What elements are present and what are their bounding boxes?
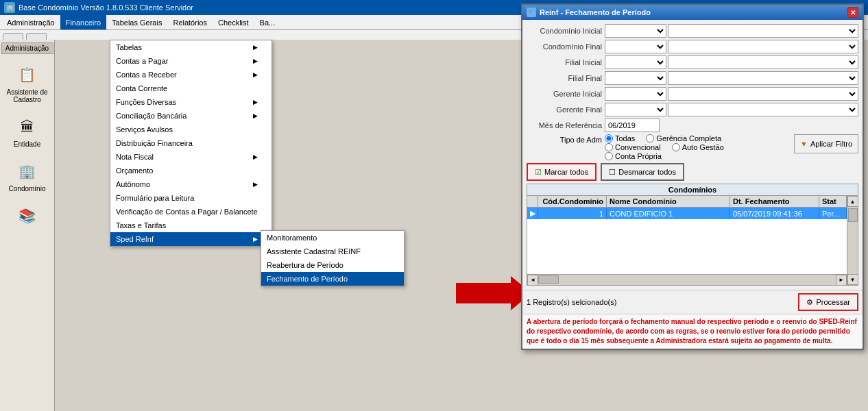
menu-item-contas-receber[interactable]: Contas a Receber▶ xyxy=(110,68,272,82)
app-icon: 🏢 xyxy=(4,2,15,13)
menu-checklist[interactable]: Checklist xyxy=(213,15,254,29)
marcar-todos-button[interactable]: ☑ Marcar todos xyxy=(527,163,596,181)
filial-inicial-select2[interactable] xyxy=(668,55,858,69)
sidebar-item-condominio[interactable]: 🏢 Condomínio xyxy=(1,153,53,198)
marcar-icon: ☑ xyxy=(535,168,542,177)
table-header-stat: Stat xyxy=(819,196,847,207)
radio-auto-gestao[interactable]: Auto Gestão xyxy=(672,143,724,151)
menu-item-nota-fiscal[interactable]: Nota Fiscal▶ xyxy=(110,150,272,164)
sidebar-item-extra[interactable]: 📚 xyxy=(1,198,53,235)
dialog-close-button[interactable]: ✕ xyxy=(847,7,858,18)
radio-todas[interactable]: Todas xyxy=(605,134,635,142)
scroll-vthumb[interactable] xyxy=(848,208,858,222)
gerente-inicial-label: Gerente Inicial xyxy=(527,90,602,98)
row-dt: 05/07/2019 09:41:36 xyxy=(730,208,819,219)
gerente-final-select2[interactable] xyxy=(668,103,858,116)
scroll-down-arrow[interactable]: ▼ xyxy=(847,274,858,285)
aplicar-filtro-label: Aplicar Filtro xyxy=(810,140,852,148)
table-row[interactable]: ▶ 1 COND EDIFICIO 1 05/07/2019 09:41:36 … xyxy=(527,208,847,219)
gerente-final-group xyxy=(605,103,858,116)
submenu-monitoramento[interactable]: Monitoramento xyxy=(261,231,404,245)
row-expand[interactable]: ▶ xyxy=(527,208,538,219)
filial-final-select2[interactable] xyxy=(668,71,858,85)
filial-final-group xyxy=(605,71,858,85)
condominio-final-group xyxy=(605,40,858,53)
filter-icon: ▼ xyxy=(800,140,808,148)
gerente-inicial-select1[interactable] xyxy=(605,87,666,101)
menu-item-tabelas[interactable]: Tabelas▶ xyxy=(110,40,272,54)
filial-final-row: Filial Final xyxy=(527,71,858,85)
mes-referencia-input[interactable] xyxy=(605,119,660,132)
scroll-hthumb[interactable] xyxy=(538,275,559,284)
condominio-inicial-select1[interactable] xyxy=(605,24,666,38)
radio-gerencia-input[interactable] xyxy=(646,134,654,142)
radio-convencional-input[interactable] xyxy=(605,143,613,151)
menu-item-formulario[interactable]: Formulário para Leitura xyxy=(110,191,272,205)
menu-item-orcamento[interactable]: Orçamento xyxy=(110,164,272,177)
dialog-titlebar: 🔧 Reinf - Fechamento de Período ✕ xyxy=(522,5,863,20)
table-header-nome: Nome Condomínio xyxy=(607,196,730,207)
menu-relatorios[interactable]: Relatórios xyxy=(167,15,213,29)
menu-item-taxas[interactable]: Taxas e Tarifas xyxy=(110,219,272,232)
assistente-icon: 📋 xyxy=(15,62,40,87)
tipo-adm-radio-group: Todas Gerência Completa Convencional Aut… xyxy=(605,134,724,160)
entidade-icon: 🏛 xyxy=(15,114,40,139)
menu-tabelas-gerais[interactable]: Tabelas Gerais xyxy=(106,15,167,29)
processar-label: Processar xyxy=(816,298,850,306)
condominio-final-select2[interactable] xyxy=(668,40,858,53)
sidebar-item-assistente[interactable]: 📋 Assistente de Cadastro xyxy=(1,57,53,109)
desmarcar-todos-button[interactable]: ☐ Desmarcar todos xyxy=(601,163,684,181)
menu-item-servicos[interactable]: Serviços Avulsos xyxy=(110,123,272,136)
filial-inicial-group xyxy=(605,55,858,69)
menu-ba[interactable]: Ba... xyxy=(254,15,281,29)
warning-text: A abertura de período forçará o fechamen… xyxy=(522,314,863,349)
tipo-adm-row3: Conta Própria xyxy=(605,152,724,160)
gerente-inicial-select2[interactable] xyxy=(668,87,858,101)
radio-convencional[interactable]: Convencional xyxy=(605,143,661,151)
table-with-scrollbar: Cód.Condomínio Nome Condomínio Dt. Fecha… xyxy=(527,196,858,285)
tipo-adm-row1: Todas Gerência Completa xyxy=(605,134,724,142)
menu-administracao[interactable]: Administração xyxy=(1,15,60,29)
gerente-inicial-group xyxy=(605,87,858,101)
radio-conta-propria-input[interactable] xyxy=(605,152,613,160)
radio-conta-propria[interactable]: Conta Própria xyxy=(605,152,662,160)
radio-auto-gestao-input[interactable] xyxy=(672,143,680,151)
sidebar: Administração 📋 Assistente de Cadastro 🏛… xyxy=(0,40,55,411)
menu-item-conciliacao[interactable]: Conciliação Bancária▶ xyxy=(110,109,272,123)
financeiro-menu: Tabelas▶ Contas a Pagar▶ Contas a Recebe… xyxy=(110,40,272,247)
scroll-up-arrow[interactable]: ▲ xyxy=(847,196,858,207)
gerente-final-select1[interactable] xyxy=(605,103,666,116)
menu-item-contas-pagar[interactable]: Contas a Pagar▶ xyxy=(110,54,272,68)
menu-item-conta-corrente[interactable]: Conta Corrente xyxy=(110,82,272,95)
desmarcar-todos-label: Desmarcar todos xyxy=(618,168,676,176)
scroll-htrack[interactable] xyxy=(538,275,836,285)
tipo-adm-label: Tipo de Adm xyxy=(527,134,602,144)
submenu-fechamento[interactable]: Fechamento de Período xyxy=(261,272,404,286)
radio-todas-input[interactable] xyxy=(605,134,613,142)
aplicar-filtro-button[interactable]: ▼ Aplicar Filtro xyxy=(794,134,858,153)
tipo-adm-row2: Convencional Auto Gestão xyxy=(605,143,724,151)
menu-item-distribuicao[interactable]: Distribuição Financeira xyxy=(110,136,272,150)
submenu-reabertura[interactable]: Reabertura de Período xyxy=(261,258,404,272)
scroll-right-arrow[interactable]: ► xyxy=(836,275,847,286)
filial-final-select1[interactable] xyxy=(605,71,666,85)
radio-gerencia[interactable]: Gerência Completa xyxy=(646,134,721,142)
processar-button[interactable]: ⚙ Processar xyxy=(798,293,858,311)
menu-item-funcoes-diversas[interactable]: Funções Diversas▶ xyxy=(110,95,272,109)
menu-financeiro[interactable]: Financeiro xyxy=(60,15,106,29)
condominio-final-select1[interactable] xyxy=(605,40,666,53)
sidebar-label-entidade: Entidade xyxy=(14,140,40,148)
scroll-left-arrow[interactable]: ◄ xyxy=(527,275,538,286)
sidebar-item-entidade[interactable]: 🏛 Entidade xyxy=(1,109,53,153)
menu-item-sped-reinf[interactable]: Sped ReInf▶ xyxy=(110,232,272,246)
table-header-cod: Cód.Condomínio xyxy=(538,196,607,207)
row-stat: Per... xyxy=(819,208,847,219)
dialog-reinf: 🔧 Reinf - Fechamento de Período ✕ Condom… xyxy=(521,3,864,350)
submenu-assistente-cadastral[interactable]: Assistente Cadastral REINF xyxy=(261,245,404,258)
condominio-inicial-select2[interactable] xyxy=(668,24,858,38)
filial-inicial-label: Filial Inicial xyxy=(527,58,602,66)
filial-inicial-select1[interactable] xyxy=(605,55,666,69)
menu-item-autonomo[interactable]: Autônomo▶ xyxy=(110,177,272,191)
menu-item-verificacao[interactable]: Verificação de Contas a Pagar / Balancet… xyxy=(110,205,272,219)
filial-inicial-row: Filial Inicial xyxy=(527,55,858,69)
